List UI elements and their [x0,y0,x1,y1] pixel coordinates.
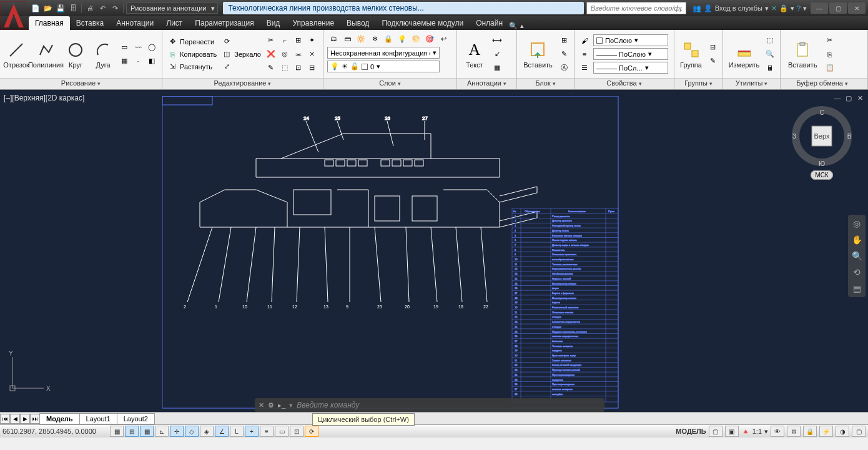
paste-special-icon[interactable]: 📋 [824,62,836,74]
tab-manage[interactable]: Управление [286,16,340,30]
new-icon[interactable]: 📄 [30,2,41,14]
panel-edit-title[interactable]: Редактирование [162,78,323,89]
point-icon[interactable]: · [132,55,144,67]
vp-minimize-icon[interactable]: — [833,94,842,102]
maximize-button[interactable]: ▢ [829,2,847,14]
drawing-canvas[interactable]: [–][Верхняя][2D каркас] — ▢ ✕ Верх С Ю В… [0,90,868,412]
tab-annotations[interactable]: Аннотации [110,16,160,30]
tab-last-icon[interactable]: ⏭ [30,414,40,424]
panel-layers-title[interactable]: Слои [323,78,456,89]
stretch-button[interactable]: ⇲Растянуть [166,61,218,72]
select-icon[interactable]: ⬚ [764,34,776,47]
circle-button[interactable]: Круг [63,39,88,70]
ungroup-icon[interactable]: ⊟ [706,41,719,54]
text-button[interactable]: AТекст [461,39,488,70]
panel-block-title[interactable]: Блок [517,78,574,89]
linetype-dropdown[interactable]: ——— ПоСлою ▾ [593,48,668,60]
tab-plugins[interactable]: Подключаемые модули [375,16,470,30]
measure-button[interactable]: Измерить [727,39,761,70]
tab-model[interactable]: Модель [39,413,80,424]
app-logo[interactable] [1,1,26,30]
close-button[interactable]: ✕ [848,2,866,14]
fillet-icon[interactable]: ⌐ [279,34,291,47]
cmd-close-icon[interactable]: ✕ [259,401,264,409]
layer-off-icon[interactable]: 💡 [396,32,408,45]
open-icon[interactable]: 📂 [42,2,54,14]
viewcube-top-label[interactable]: Верх [814,132,830,140]
edit1-icon[interactable]: ✎ [265,62,277,74]
prop3-icon[interactable]: ☰ [578,62,591,74]
layer-on-icon[interactable]: 🌕 [410,32,422,45]
tab-sheet[interactable]: Лист [160,16,189,30]
workspace-dropdown[interactable]: Рисование и аннотации [126,2,218,14]
annoscale-value[interactable]: 1:1 [752,428,762,435]
tab-online[interactable]: Онлайн [470,16,509,30]
tab-next-icon[interactable]: ▶ [20,414,30,424]
pan-icon[interactable]: ✋ [851,233,863,246]
osnap-icon[interactable]: ◇ [185,426,199,437]
plot-icon[interactable]: 🖨 [84,2,96,14]
undo-icon[interactable]: ↶ [97,2,108,14]
dim-linear-icon[interactable]: ⟷ [491,34,503,47]
rect-icon[interactable]: ▭ [118,41,131,54]
paste-button[interactable]: Вставить [784,39,821,70]
3dosnap-icon[interactable]: ◈ [200,426,214,437]
ribbon-collapse-icon[interactable]: ▴ [520,22,524,30]
viewcube[interactable]: Верх С Ю В З МСК [791,106,853,169]
explode-icon[interactable]: ✦ [306,34,318,47]
sc-icon[interactable]: ⟳ [305,426,318,437]
tab-output[interactable]: Вывод [340,16,375,30]
qselect-icon[interactable]: 🔍 [764,48,776,61]
arc-button[interactable]: Дуга [91,39,116,70]
array-icon[interactable]: ⊞ [292,34,305,47]
zoom-extents-icon[interactable]: 🔍 [851,250,863,262]
join-icon[interactable]: ⫘ [292,48,305,61]
tab-home[interactable]: Главная [29,16,70,30]
match-prop-icon[interactable]: 🖌 [578,34,591,47]
edit4-icon[interactable]: ⊟ [306,62,318,74]
orbit-icon[interactable]: ⟲ [851,266,863,278]
mirror-button[interactable]: ◫Зеркало [220,49,262,60]
wcs-badge[interactable]: МСК [811,170,832,180]
annoscale-icon[interactable]: 🔺 [741,428,750,436]
panel-props-title[interactable]: Свойства [575,78,674,89]
panel-groups-title[interactable]: Группы [674,78,723,89]
model-space-label[interactable]: МОДЕЛЬ [676,428,706,435]
x-icon[interactable]: ✕ [771,4,777,12]
line-button[interactable]: Отрезок [4,39,29,70]
lineweight-dropdown[interactable]: ——— ПоСл... ▾ [593,62,668,74]
polar-icon[interactable]: ✛ [170,426,184,437]
tab-insert[interactable]: Вставка [70,16,111,30]
attr-icon[interactable]: Ⓐ [558,62,570,74]
panel-draw-title[interactable]: Рисование [0,78,162,89]
redo-icon[interactable]: ↷ [109,2,121,14]
panel-utils-title[interactable]: Утилиты [723,78,780,89]
save-icon[interactable]: 💾 [55,2,66,14]
layer-lock-icon[interactable]: 🔒 [382,32,395,45]
cmd-config-icon[interactable]: ⚙ [268,401,274,409]
ribbon-search-icon[interactable]: 🔍 [509,22,518,30]
ellipse-icon[interactable]: ◯ [145,41,158,54]
leader-icon[interactable]: ↙ [491,48,503,61]
command-input[interactable]: Введите команду [297,401,359,409]
layer-prop-icon[interactable]: 🗂 [327,32,340,45]
ducs-icon[interactable]: L [230,426,244,437]
ws-switch-icon[interactable]: ⚙ [787,426,801,437]
layer-match-icon[interactable]: 🎯 [423,32,436,45]
layer-state-dropdown[interactable]: Несохраненная конфигурация сло ▾ [327,47,440,59]
rotate-button[interactable]: ⟳ [220,36,262,47]
copy-button[interactable]: ⎘Копировать [166,49,218,60]
otrack-icon[interactable]: ∠ [215,426,229,437]
insert-block-button[interactable]: Вставить [521,39,555,70]
layer-iso-icon[interactable]: 🔆 [355,32,367,45]
clean-screen-icon[interactable]: ▢ [852,426,866,437]
edit2-icon[interactable]: ⬚ [279,62,291,74]
move-button[interactable]: ✥Перенести [166,36,218,47]
edit3-icon[interactable]: ⊡ [292,62,305,74]
layer-dropdown[interactable]: 💡☀🔓0 ▾ [327,61,440,72]
tab-layout1[interactable]: Layout1 [79,413,117,424]
minimize-button[interactable]: — [811,2,828,14]
tpy-icon[interactable]: ▭ [275,426,289,437]
group-edit-icon[interactable]: ✎ [706,55,719,67]
showmotion-icon[interactable]: ▤ [851,282,863,295]
